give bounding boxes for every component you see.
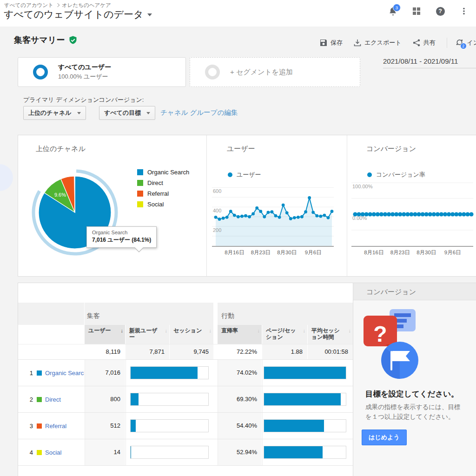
report-title: 集客サマリー bbox=[14, 34, 77, 46]
table-bottom-border bbox=[18, 465, 353, 466]
save-button[interactable]: 保存 bbox=[320, 39, 343, 47]
notification-badge: 3 bbox=[393, 4, 401, 12]
row-rank: 4 bbox=[26, 449, 33, 456]
column-header-label: 新規ユーザー bbox=[129, 327, 158, 340]
report-toolbar: 保存 エクスポート 共有 2 インサイト bbox=[320, 38, 476, 48]
row-rank: 1 bbox=[26, 370, 33, 377]
bounce-rate-bar bbox=[264, 366, 346, 379]
users-bar-cell bbox=[126, 413, 213, 439]
channel-color-swatch bbox=[37, 450, 42, 455]
column-header-1[interactable]: 新規ユーザー↓ bbox=[126, 325, 169, 344]
segment-subtitle: 100.00% ユーザー bbox=[58, 73, 111, 81]
users-chart-legend: ユーザー bbox=[228, 171, 261, 179]
users-bar-fill bbox=[131, 393, 139, 405]
goals-dropdown[interactable]: すべての目標 bbox=[99, 106, 155, 120]
insights-button[interactable]: 2 インサイト bbox=[456, 39, 476, 47]
view-selector[interactable]: すべてのウェブサイトのデータ bbox=[4, 8, 152, 21]
conversions-label: コンバージョン: bbox=[99, 96, 144, 104]
help-button[interactable]: ? bbox=[435, 6, 446, 17]
add-segment-button[interactable]: + セグメントを追加 bbox=[190, 57, 360, 87]
bounce-rate-bar bbox=[264, 446, 346, 459]
users-bar bbox=[130, 446, 209, 459]
bounce-rate-bar-cell bbox=[262, 439, 353, 465]
column-header-2[interactable]: セッション↓ bbox=[170, 325, 213, 344]
column-header-5[interactable]: 平均セッション時間↓ bbox=[308, 325, 353, 344]
channel-color-swatch bbox=[37, 370, 42, 376]
breadcrumb-property[interactable]: オレたちのヘアケア bbox=[62, 2, 111, 8]
group-header-behavior: 行動 bbox=[218, 303, 353, 325]
column-header-label: セッション bbox=[173, 327, 202, 334]
legend-dot-icon bbox=[367, 172, 372, 177]
pie-tooltip: Organic Search 7,016 ユーザー (84.1%) bbox=[86, 226, 157, 248]
shield-check-icon bbox=[69, 36, 77, 45]
notifications-button[interactable]: 3 bbox=[387, 6, 398, 17]
column-header-label: 平均セッション時間 bbox=[311, 327, 340, 340]
bounce-rate-bar-cell bbox=[262, 360, 353, 386]
table-row-organic-search: 1Organic Search7,01674.02% bbox=[18, 359, 353, 386]
column-header-0[interactable]: ユーザー↓ bbox=[85, 325, 125, 344]
x-axis-tick-label: 8月30日 bbox=[277, 250, 297, 255]
totals-cell: 7,871 bbox=[126, 344, 169, 359]
goals-panel: コンバージョン ? 目標を設定してください。 成 bbox=[353, 283, 476, 476]
x-axis-tick-label: 8月23日 bbox=[390, 250, 410, 255]
conversion-rate-chart[interactable]: 100.00%0.00%8月16日8月23日8月30日9月6日 bbox=[351, 181, 476, 260]
segment-ring-icon bbox=[33, 65, 48, 79]
share-button[interactable]: 共有 bbox=[413, 39, 436, 47]
legend-swatch-icon bbox=[137, 169, 143, 175]
export-button[interactable]: エクスポート bbox=[354, 39, 402, 47]
goals-illustration: ? bbox=[361, 305, 430, 389]
users-bar bbox=[130, 419, 209, 432]
users-bar-fill bbox=[131, 420, 136, 432]
channel-link[interactable]: Referral bbox=[45, 423, 84, 430]
column-header-4[interactable]: ページ/セッション↓ bbox=[262, 325, 307, 344]
totals-cell: 8,119 bbox=[85, 344, 125, 359]
users-line-chart[interactable]: 2004006008月16日8月23日8月30日9月6日 bbox=[212, 181, 342, 260]
group-band-spacer bbox=[18, 303, 84, 325]
users-bar bbox=[130, 366, 209, 379]
segment-ring-empty-icon bbox=[205, 65, 220, 79]
edit-channel-group-link[interactable]: チャネル グループの編集 bbox=[160, 108, 238, 117]
users-value: 14 bbox=[85, 439, 125, 465]
dimension-dropdown[interactable]: 上位のチャネル bbox=[23, 106, 86, 120]
help-icon: ? bbox=[436, 7, 445, 16]
sort-arrow-icon: ↓ bbox=[165, 327, 168, 334]
more-menu-button[interactable] bbox=[458, 6, 469, 17]
channel-link[interactable]: Organic Search bbox=[45, 370, 84, 377]
goals-body-line1: 成果の指標を表示するには、目標 bbox=[365, 402, 460, 412]
bounce-rate-bar-fill bbox=[264, 420, 324, 432]
dimension-dropdown-value: 上位のチャネル bbox=[28, 109, 72, 117]
panel-divider bbox=[206, 135, 207, 276]
panel-divider bbox=[347, 135, 347, 276]
question-mark-glyph: ? bbox=[373, 322, 387, 346]
view-title: すべてのウェブサイトのデータ bbox=[4, 9, 143, 20]
channel-link[interactable]: Social bbox=[45, 449, 84, 456]
date-range-selector[interactable]: 2021/08/11 - 2021/09/11 bbox=[383, 57, 476, 68]
insights-badge: 2 bbox=[460, 43, 467, 49]
column-header-3[interactable]: 直帰率↓ bbox=[218, 325, 262, 344]
users-value: 800 bbox=[85, 386, 125, 412]
background-blob bbox=[0, 164, 13, 191]
legend-item: Social bbox=[137, 201, 189, 208]
row-rank: 3 bbox=[26, 423, 33, 430]
segment-all-users[interactable]: すべてのユーザー 100.00% ユーザー bbox=[18, 57, 186, 87]
x-axis-tick-label: 8月30日 bbox=[416, 250, 436, 255]
bounce-rate-value: 74.02% bbox=[218, 360, 262, 386]
apps-grid-button[interactable] bbox=[411, 6, 422, 17]
get-started-button[interactable]: はじめよう bbox=[362, 430, 407, 445]
sort-arrow-icon: ↓ bbox=[258, 327, 260, 334]
users-bar-fill bbox=[131, 367, 198, 379]
y-axis-tick-label: 100.00% bbox=[352, 184, 373, 189]
goals-dropdown-value: すべての目標 bbox=[104, 109, 141, 117]
channel-color-swatch bbox=[37, 397, 42, 402]
content-area: 集客サマリー 保存 エクスポート 共有 bbox=[0, 26, 476, 476]
channel-link[interactable]: Direct bbox=[45, 396, 84, 403]
primary-dimension-label: プライマリ ディメンション: bbox=[23, 96, 101, 104]
bounce-rate-value: 54.40% bbox=[218, 413, 262, 439]
users-value: 7,016 bbox=[85, 360, 125, 386]
column-header-label: ユーザー bbox=[88, 327, 111, 334]
x-axis-tick-label: 8月16日 bbox=[364, 250, 383, 255]
share-icon bbox=[413, 39, 420, 46]
legend-swatch-icon bbox=[137, 191, 143, 197]
breadcrumb-account[interactable]: すべてのアカウント bbox=[4, 2, 53, 8]
download-icon bbox=[354, 39, 361, 46]
